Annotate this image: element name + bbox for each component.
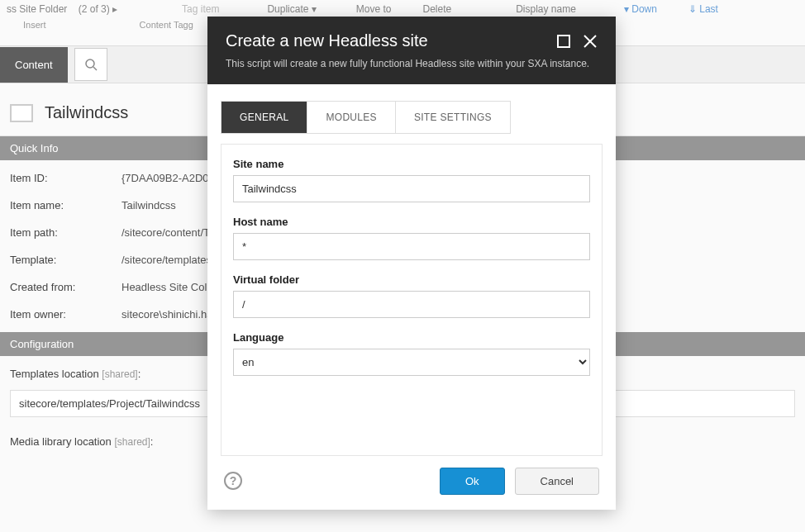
search-icon xyxy=(84,58,98,71)
svg-line-1 xyxy=(93,67,97,70)
maximize-icon[interactable] xyxy=(556,34,571,49)
site-name-label: Site name xyxy=(233,158,590,170)
item-path-label: Item path: xyxy=(10,226,121,239)
duplicate-button[interactable]: Duplicate ▾ xyxy=(267,3,316,15)
shared-tag-2: [shared] xyxy=(114,436,150,448)
tab-modules[interactable]: MODULES xyxy=(307,102,395,133)
ok-button[interactable]: Ok xyxy=(440,468,505,495)
page-icon xyxy=(10,104,33,122)
item-name-label: Item name: xyxy=(10,199,121,211)
language-label: Language xyxy=(233,331,590,344)
svg-point-0 xyxy=(86,59,94,68)
tab-content[interactable]: Content xyxy=(0,47,68,83)
create-headless-site-modal: Create a new Headless site This script w… xyxy=(207,17,616,510)
virtual-folder-input[interactable] xyxy=(233,291,590,318)
template-label: Template: xyxy=(10,254,121,266)
close-icon[interactable] xyxy=(583,34,598,49)
created-from-label: Created from: xyxy=(10,281,121,293)
svg-rect-2 xyxy=(558,36,569,47)
virtual-folder-label: Virtual folder xyxy=(233,273,590,286)
item-owner-label: Item owner: xyxy=(10,308,121,321)
last-button[interactable]: ⇓ Last xyxy=(688,3,718,15)
site-folder-label[interactable]: ss Site Folder (2 of 3) ▸ xyxy=(7,3,117,15)
tab-general[interactable]: GENERAL xyxy=(221,102,307,133)
site-name-input[interactable] xyxy=(233,175,590,202)
shared-tag: [shared] xyxy=(102,368,137,380)
tab-site-settings[interactable]: SITE SETTINGS xyxy=(396,102,510,133)
language-select[interactable]: en xyxy=(233,349,590,376)
tag-item[interactable]: Tag item xyxy=(182,3,219,15)
templates-location-label: Templates location xyxy=(10,368,99,380)
content-tag-label: Content Tagg xyxy=(140,20,193,30)
media-library-label: Media library location xyxy=(10,435,112,448)
modal-description: This script will create a new fully func… xyxy=(226,57,598,71)
move-to-button[interactable]: Move to xyxy=(356,3,392,15)
modal-title: Create a new Headless site xyxy=(226,31,428,50)
host-name-input[interactable] xyxy=(233,233,590,260)
down-button[interactable]: ▾ Down xyxy=(624,3,657,15)
cancel-button[interactable]: Cancel xyxy=(515,468,599,495)
modal-tabs: GENERAL MODULES SITE SETTINGS xyxy=(221,101,511,134)
host-name-label: Host name xyxy=(233,216,590,228)
search-button[interactable] xyxy=(74,48,107,81)
delete-button[interactable]: Delete xyxy=(422,3,451,15)
display-name-button[interactable]: Display name xyxy=(516,3,576,15)
page-title: Tailwindcss xyxy=(45,103,128,122)
help-icon[interactable]: ? xyxy=(224,472,242,490)
insert-label[interactable]: Insert xyxy=(23,20,46,30)
item-id-label: Item ID: xyxy=(10,172,121,184)
